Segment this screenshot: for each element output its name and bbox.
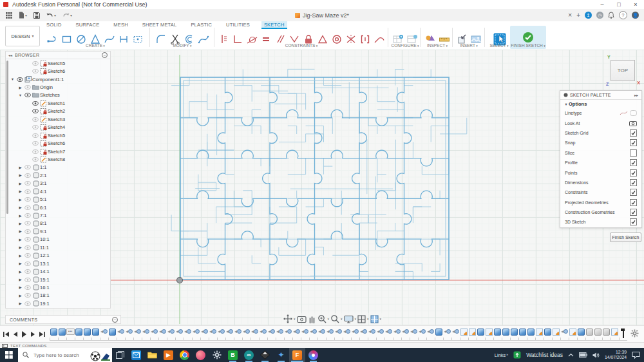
tab-surface[interactable]: SURFACE <box>73 21 102 29</box>
timeline-sketch-icon[interactable] <box>536 329 543 336</box>
tab-plastic[interactable]: PLASTIC <box>188 21 214 29</box>
speaker-icon[interactable] <box>592 352 600 358</box>
checkbox[interactable] <box>630 139 637 146</box>
timeline-feature-icon[interactable] <box>59 329 66 336</box>
browser-row-12-1[interactable]: ▶12:1 <box>6 252 110 260</box>
timeline-suppressed-icon[interactable] <box>594 329 601 336</box>
search-input[interactable] <box>32 352 90 359</box>
look-at-camera-icon[interactable] <box>629 120 637 126</box>
fit-icon[interactable] <box>330 314 339 323</box>
browser-row-9-1[interactable]: ▶9:1 <box>6 227 110 235</box>
browser-row-5-1[interactable]: ▶5:1 <box>6 195 110 203</box>
expand-icon[interactable]: ▶ <box>17 301 23 305</box>
data-panel-toggle[interactable] <box>4 12 14 19</box>
group-label-inspect[interactable]: INSPECT <box>419 43 456 48</box>
taskbar-icon-settings[interactable] <box>209 348 225 362</box>
timeline-sketch-icon[interactable] <box>469 329 476 336</box>
timeline-feature-icon[interactable] <box>544 329 551 336</box>
browser-row-origin[interactable]: ▶Origin <box>6 83 110 91</box>
visibility-eye-icon[interactable] <box>31 61 39 66</box>
timeline-sketch-icon[interactable] <box>486 329 493 336</box>
tab-solid[interactable]: SOLID <box>44 21 64 29</box>
pan-hand-icon[interactable] <box>308 315 316 323</box>
expand-icon[interactable]: ▶ <box>17 198 23 202</box>
close-tab-icon[interactable]: × <box>568 12 572 19</box>
expand-icon[interactable]: ▶ <box>17 245 23 249</box>
timeline-sketch-point-icon[interactable] <box>151 329 158 334</box>
taskbar-icon-green-app[interactable]: B <box>225 348 241 362</box>
expand-icon[interactable]: ▶ <box>17 262 23 265</box>
browser-filter-icon[interactable]: – <box>102 52 108 58</box>
browser-row-16-1[interactable]: ▶16:1 <box>6 283 110 291</box>
timeline-skip-end-button[interactable] <box>39 330 46 338</box>
browser-row-sketch5[interactable]: Sketch5 <box>6 131 110 139</box>
timeline-feature-icon[interactable] <box>578 329 585 336</box>
timeline-sketch-point-icon[interactable] <box>402 329 409 334</box>
tray-green-badge-icon[interactable] <box>513 351 521 359</box>
visibility-eye-icon[interactable] <box>23 229 32 234</box>
timeline-sketch-point-icon[interactable] <box>260 329 267 334</box>
visibility-eye-icon[interactable] <box>23 285 32 290</box>
browser-row-sketch6[interactable]: Sketch6 <box>6 67 110 75</box>
timeline-sketch-point-icon[interactable] <box>452 329 459 334</box>
timeline-sketch-point-icon[interactable] <box>142 329 149 334</box>
visibility-eye-icon[interactable] <box>31 109 39 113</box>
timeline-sketch-point-icon[interactable] <box>301 329 308 334</box>
notifications-bell-icon[interactable] <box>608 12 614 19</box>
visibility-eye-icon[interactable] <box>23 245 32 250</box>
group-label-constraints[interactable]: CONSTRAINTS <box>216 43 386 48</box>
timeline-skip-start-button[interactable] <box>3 330 10 338</box>
checkbox[interactable] <box>630 179 637 186</box>
group-label-insert[interactable]: INSERT <box>452 43 486 48</box>
timeline-sketch-icon[interactable] <box>611 329 618 336</box>
timeline-sketch-point-icon[interactable] <box>368 329 375 334</box>
browser-row-18-1[interactable]: ▶18:1 <box>6 292 110 300</box>
palette-collapse-icon[interactable]: ▸▸ <box>634 93 638 97</box>
tray-clock[interactable]: 12:39 14/07/2024 <box>605 350 627 360</box>
timeline-sketch-point-icon[interactable] <box>134 329 141 334</box>
viewports-icon[interactable] <box>370 315 379 323</box>
timeline-sketch-point-icon[interactable] <box>176 329 183 334</box>
timeline-feature-icon[interactable] <box>502 329 509 336</box>
timeline-step-back-button[interactable] <box>12 330 19 338</box>
browser-row-sketch5[interactable]: Sketch5 <box>6 59 110 67</box>
comments-bar[interactable]: COMMENTS – <box>5 315 121 324</box>
model-viewport[interactable]: TOP Y Z X ◂◂ BROWSER – Sketch5Sketch6▼Co… <box>0 50 644 325</box>
expand-icon[interactable]: ▼ <box>10 77 15 81</box>
help-icon[interactable]: ? <box>619 11 627 19</box>
timeline-feature-icon[interactable] <box>92 329 99 336</box>
visibility-eye-icon[interactable] <box>31 69 39 73</box>
timeline-sketch-point-icon[interactable] <box>561 329 568 334</box>
palette-options-section[interactable]: ▼ Options <box>560 100 641 108</box>
browser-row-sketch4[interactable]: Sketch4 <box>6 124 110 131</box>
viewcube[interactable]: TOP Y Z X <box>611 60 635 81</box>
display-settings-icon[interactable] <box>344 315 354 323</box>
file-menu-button[interactable]: ▾ <box>17 11 29 19</box>
expand-icon[interactable]: ▶ <box>17 189 23 193</box>
checkbox[interactable] <box>630 129 637 137</box>
visibility-eye-icon[interactable] <box>23 293 32 298</box>
expand-icon[interactable]: ▶ <box>17 285 23 289</box>
browser-row-8-1[interactable]: ▶8:1 <box>6 220 110 227</box>
browser-row-14-1[interactable]: ▶14:1 <box>6 267 110 275</box>
save-button[interactable] <box>32 12 42 19</box>
browser-row-7-1[interactable]: ▶7:1 <box>6 211 110 219</box>
timeline-sketch-point-icon[interactable] <box>393 329 401 334</box>
timeline-feature-icon[interactable] <box>84 329 91 336</box>
timeline-sketch-point-icon[interactable] <box>377 329 384 334</box>
taskbar-icon-chrome[interactable] <box>176 348 193 362</box>
visibility-eye-icon[interactable] <box>23 181 32 186</box>
timeline-feature-icon[interactable] <box>519 329 526 336</box>
browser-row-1-1[interactable]: ▶1:1 <box>6 164 110 171</box>
timeline-sketch-point-icon[interactable] <box>293 329 300 334</box>
undo-button[interactable]: ▾ <box>44 12 58 19</box>
group-label-create[interactable]: CREATE <box>43 43 148 48</box>
timeline-sketch-point-icon[interactable] <box>385 329 392 334</box>
expand-icon[interactable]: ▶ <box>17 254 23 258</box>
visibility-eye-icon[interactable] <box>23 221 32 225</box>
taskbar-icon-inkscape[interactable] <box>257 348 273 362</box>
timeline-feature-icon[interactable] <box>527 329 535 336</box>
browser-row-sketch7[interactable]: Sketch7 <box>6 148 110 155</box>
visibility-eye-icon[interactable] <box>31 101 39 106</box>
look-at-icon[interactable] <box>297 315 307 323</box>
